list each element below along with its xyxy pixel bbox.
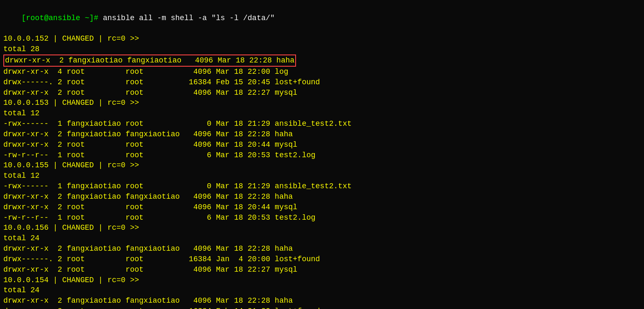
entry-1-2: drwxr-xr-x 2 root root 4096 Mar 18 20:44… xyxy=(3,140,641,150)
entry-4-1: drwx------. 2 root root 16384 Feb 14 21:… xyxy=(3,306,641,309)
host-line-1: 10.0.0.153 | CHANGED | rc=0 >> xyxy=(3,98,641,108)
entry-1-0: -rwx------ 1 fangxiaotiao root 0 Mar 18 … xyxy=(3,119,641,129)
terminal: [root@ansible ~]# ansible all -m shell -… xyxy=(3,3,641,309)
entry-2-0: -rwx------ 1 fangxiaotiao root 0 Mar 18 … xyxy=(3,181,641,192)
total-line-2: total 12 xyxy=(3,171,641,181)
host-line-3: 10.0.0.156 | CHANGED | rc=0 >> xyxy=(3,223,641,233)
entry-1-1: drwxr-xr-x 2 fangxiaotiao fangxiaotiao 4… xyxy=(3,129,641,140)
total-line-1: total 12 xyxy=(3,108,641,119)
total-line-0: total 28 xyxy=(3,44,641,55)
entry-0-1: drwxr-xr-x 4 root root 4096 Mar 18 22:00… xyxy=(3,67,641,77)
prompt: [root@ansible ~]# xyxy=(21,14,103,22)
total-line-4: total 24 xyxy=(3,285,641,296)
total-line-3: total 24 xyxy=(3,233,641,244)
highlighted-entry: drwxr-xr-x 2 fangxiaotiao fangxiaotiao 4… xyxy=(3,55,296,67)
host-line-0: 10.0.0.152 | CHANGED | rc=0 >> xyxy=(3,34,641,44)
entry-2-3: -rw-r--r-- 1 root root 6 Mar 18 20:53 te… xyxy=(3,213,641,223)
host-line-2: 10.0.0.155 | CHANGED | rc=0 >> xyxy=(3,160,641,171)
entry-0-3: drwxr-xr-x 2 root root 4096 Mar 18 22:27… xyxy=(3,88,641,98)
entry-2-1: drwxr-xr-x 2 fangxiaotiao fangxiaotiao 4… xyxy=(3,192,641,202)
entry-1-3: -rw-r--r-- 1 root root 6 Mar 18 20:53 te… xyxy=(3,150,641,161)
entry-4-0: drwxr-xr-x 2 fangxiaotiao fangxiaotiao 4… xyxy=(3,296,641,306)
command: ansible all -m shell -a "ls -l /data/" xyxy=(103,14,275,22)
host-line-4: 10.0.0.154 | CHANGED | rc=0 >> xyxy=(3,275,641,286)
command-line: [root@ansible ~]# ansible all -m shell -… xyxy=(3,3,641,34)
entry-3-1: drwx------. 2 root root 16384 Jan 4 20:0… xyxy=(3,254,641,265)
entry-0-0: drwxr-xr-x 2 fangxiaotiao fangxiaotiao 4… xyxy=(3,55,641,67)
entry-0-2: drwx------. 2 root root 16384 Feb 15 20:… xyxy=(3,77,641,88)
entry-2-2: drwxr-xr-x 2 root root 4096 Mar 18 20:44… xyxy=(3,202,641,213)
entry-3-2: drwxr-xr-x 2 root root 4096 Mar 18 22:27… xyxy=(3,265,641,275)
entry-3-0: drwxr-xr-x 2 fangxiaotiao fangxiaotiao 4… xyxy=(3,244,641,254)
